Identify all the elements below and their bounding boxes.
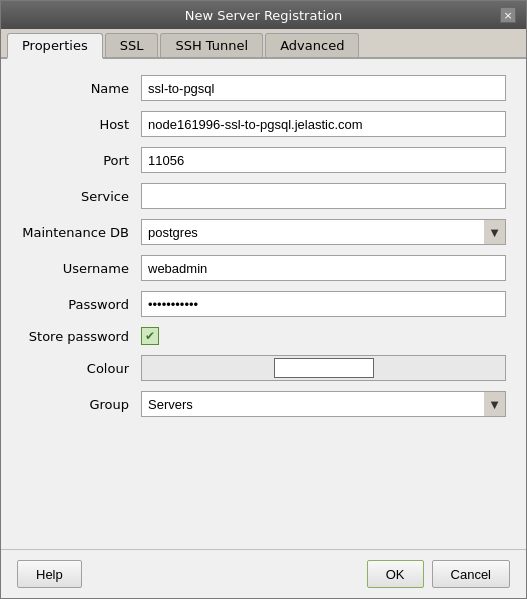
host-input[interactable] xyxy=(141,111,506,137)
name-label: Name xyxy=(21,81,141,96)
footer-right: OK Cancel xyxy=(367,560,510,588)
host-row: Host xyxy=(21,111,506,137)
name-row: Name xyxy=(21,75,506,101)
close-button[interactable]: × xyxy=(500,7,516,23)
group-label: Group xyxy=(21,397,141,412)
port-label: Port xyxy=(21,153,141,168)
service-row: Service xyxy=(21,183,506,209)
tab-ssl[interactable]: SSL xyxy=(105,33,159,57)
maintenance-db-row: Maintenance DB postgres ▼ xyxy=(21,219,506,245)
group-wrapper: Servers ▼ xyxy=(141,391,506,417)
password-row: Password xyxy=(21,291,506,317)
tab-bar: Properties SSL SSH Tunnel Advanced xyxy=(1,29,526,59)
cancel-button[interactable]: Cancel xyxy=(432,560,510,588)
colour-box[interactable] xyxy=(274,358,374,378)
name-input[interactable] xyxy=(141,75,506,101)
username-input[interactable] xyxy=(141,255,506,281)
tab-properties[interactable]: Properties xyxy=(7,33,103,59)
ok-button[interactable]: OK xyxy=(367,560,424,588)
footer: Help OK Cancel xyxy=(1,549,526,598)
maintenance-db-label: Maintenance DB xyxy=(21,225,141,240)
service-input[interactable] xyxy=(141,183,506,209)
store-password-checkbox[interactable]: ✔ xyxy=(141,327,159,345)
username-row: Username xyxy=(21,255,506,281)
form-content: Name Host Port Service Maintenance DB po… xyxy=(1,59,526,549)
username-label: Username xyxy=(21,261,141,276)
maintenance-db-wrapper: postgres ▼ xyxy=(141,219,506,245)
port-row: Port xyxy=(21,147,506,173)
service-label: Service xyxy=(21,189,141,204)
port-input[interactable] xyxy=(141,147,506,173)
password-label: Password xyxy=(21,297,141,312)
maintenance-db-select[interactable]: postgres xyxy=(141,219,506,245)
title-bar: New Server Registration × xyxy=(1,1,526,29)
colour-label: Colour xyxy=(21,361,141,376)
store-password-row: Store password ✔ xyxy=(21,327,506,345)
dialog-title: New Server Registration xyxy=(27,8,500,23)
dialog: New Server Registration × Properties SSL… xyxy=(0,0,527,599)
help-button[interactable]: Help xyxy=(17,560,82,588)
group-row: Group Servers ▼ xyxy=(21,391,506,417)
tab-advanced[interactable]: Advanced xyxy=(265,33,359,57)
tab-ssh-tunnel[interactable]: SSH Tunnel xyxy=(160,33,263,57)
store-password-label: Store password xyxy=(21,329,141,344)
password-input[interactable] xyxy=(141,291,506,317)
group-select[interactable]: Servers xyxy=(141,391,506,417)
store-password-checkbox-container: ✔ xyxy=(141,327,159,345)
host-label: Host xyxy=(21,117,141,132)
colour-row: Colour xyxy=(21,355,506,381)
colour-input-area[interactable] xyxy=(141,355,506,381)
